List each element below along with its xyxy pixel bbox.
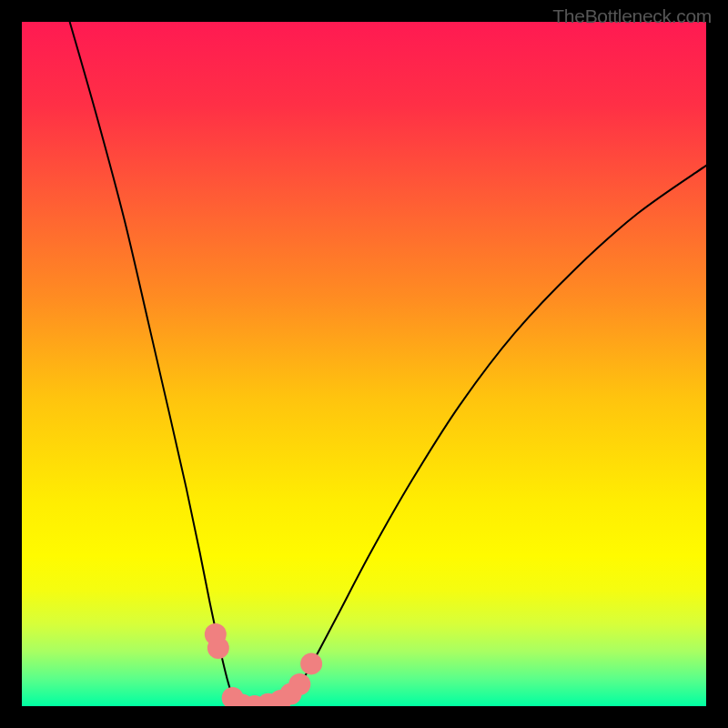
watermark-text: TheBottleneck.com	[552, 5, 712, 27]
chart-plot	[22, 22, 706, 706]
chart-svg	[22, 22, 706, 706]
marker-pink-markers-9	[300, 652, 322, 674]
marker-pink-markers-1	[207, 637, 229, 659]
chart-background	[22, 22, 706, 706]
marker-pink-markers-8	[288, 673, 310, 695]
